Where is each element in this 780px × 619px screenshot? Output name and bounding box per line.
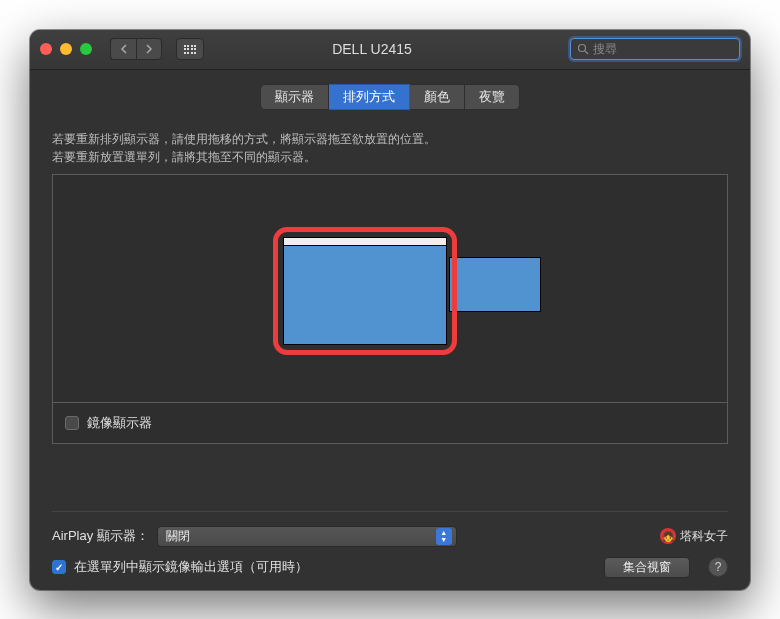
gather-label: 集合視窗 bbox=[623, 559, 671, 576]
show-mirror-checkbox[interactable] bbox=[52, 560, 66, 574]
search-icon bbox=[577, 43, 589, 55]
search-input[interactable]: 搜尋 bbox=[570, 38, 740, 60]
titlebar: DELL U2415 搜尋 bbox=[30, 30, 750, 70]
tab-color[interactable]: 顏色 bbox=[410, 84, 465, 110]
menubar-indicator[interactable] bbox=[284, 238, 446, 246]
watermark-text: 塔科女子 bbox=[680, 528, 728, 545]
arrangement-box: 鏡像顯示器 bbox=[52, 174, 728, 444]
instruction-line1: 若要重新排列顯示器，請使用拖移的方式，將顯示器拖至欲放置的位置。 bbox=[52, 130, 728, 148]
zoom-button[interactable] bbox=[80, 43, 92, 55]
display-secondary[interactable] bbox=[449, 257, 541, 312]
mirror-label: 鏡像顯示器 bbox=[87, 414, 152, 432]
instruction-line2: 若要重新放置選單列，請將其拖至不同的顯示器。 bbox=[52, 148, 728, 166]
help-button[interactable]: ? bbox=[708, 557, 728, 577]
select-arrows-icon: ▲▼ bbox=[436, 528, 452, 545]
window-title: DELL U2415 bbox=[182, 41, 562, 57]
mirror-option-row: 在選單列中顯示鏡像輸出選項（可用時） 集合視窗 ? bbox=[52, 557, 728, 578]
airplay-select[interactable]: 關閉 ▲▼ bbox=[157, 526, 457, 547]
mirror-row: 鏡像顯示器 bbox=[53, 403, 727, 444]
watermark: 👧 塔科女子 bbox=[660, 528, 728, 545]
svg-point-0 bbox=[579, 45, 586, 52]
airplay-row: AirPlay 顯示器： 關閉 ▲▼ 👧 塔科女子 bbox=[52, 526, 728, 547]
tab-display[interactable]: 顯示器 bbox=[260, 84, 329, 110]
traffic-lights bbox=[40, 43, 92, 55]
tab-nightshift[interactable]: 夜覽 bbox=[465, 84, 520, 110]
display-primary[interactable] bbox=[283, 237, 447, 345]
airplay-value: 關閉 bbox=[166, 528, 190, 545]
search-placeholder: 搜尋 bbox=[593, 41, 617, 58]
content-area: 顯示器 排列方式 顏色 夜覽 若要重新排列顯示器，請使用拖移的方式，將顯示器拖至… bbox=[30, 70, 750, 590]
chevron-left-icon bbox=[120, 44, 128, 54]
tab-arrangement[interactable]: 排列方式 bbox=[329, 84, 410, 110]
help-icon: ? bbox=[715, 560, 722, 574]
back-button[interactable] bbox=[110, 38, 136, 60]
preferences-window: DELL U2415 搜尋 顯示器 排列方式 顏色 夜覽 若要重新排列顯示器，請… bbox=[30, 30, 750, 590]
chevron-right-icon bbox=[145, 44, 153, 54]
tab-bar: 顯示器 排列方式 顏色 夜覽 bbox=[52, 84, 728, 110]
nav-buttons bbox=[110, 38, 162, 60]
arrangement-area[interactable] bbox=[53, 175, 727, 403]
show-mirror-label: 在選單列中顯示鏡像輸出選項（可用時） bbox=[74, 558, 308, 576]
instructions: 若要重新排列顯示器，請使用拖移的方式，將顯示器拖至欲放置的位置。 若要重新放置選… bbox=[52, 130, 728, 166]
forward-button[interactable] bbox=[136, 38, 162, 60]
svg-line-1 bbox=[585, 51, 588, 54]
close-button[interactable] bbox=[40, 43, 52, 55]
gather-windows-button[interactable]: 集合視窗 bbox=[604, 557, 690, 578]
watermark-icon: 👧 bbox=[660, 528, 676, 544]
mirror-checkbox[interactable] bbox=[65, 416, 79, 430]
airplay-label: AirPlay 顯示器： bbox=[52, 527, 149, 545]
bottom-section: AirPlay 顯示器： 關閉 ▲▼ 👧 塔科女子 在選單列中顯示鏡像輸出選項（… bbox=[52, 511, 728, 578]
minimize-button[interactable] bbox=[60, 43, 72, 55]
